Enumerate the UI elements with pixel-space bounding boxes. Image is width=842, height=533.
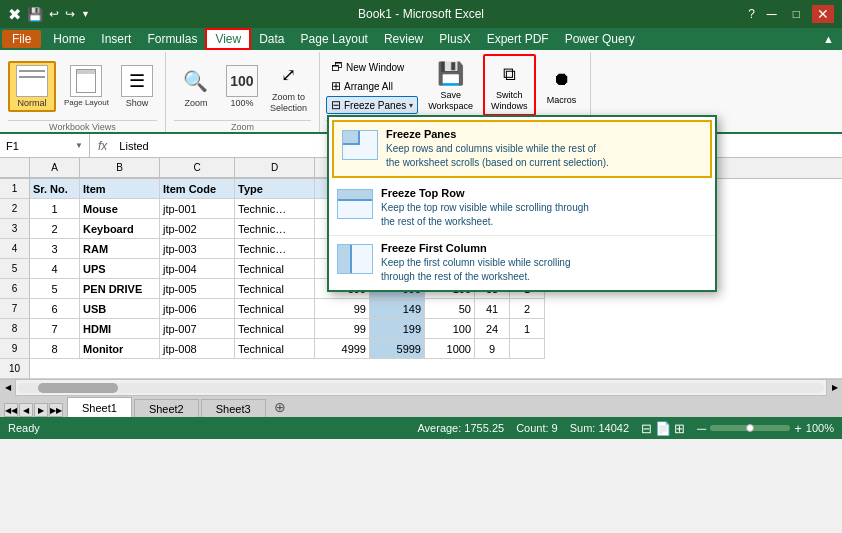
macros-btn[interactable]: ⏺ Macros (540, 61, 584, 108)
cell-d3[interactable]: Technic… (235, 219, 315, 239)
cell-c5[interactable]: jtp-004 (160, 259, 235, 279)
freeze-panes-btn[interactable]: ⊟ Freeze Panes ▾ (326, 96, 418, 114)
cell-b4[interactable]: RAM (80, 239, 160, 259)
cell-c2[interactable]: jtp-001 (160, 199, 235, 219)
name-box[interactable]: F1 ▼ (0, 134, 90, 157)
zoom-btn[interactable]: 🔍 Zoom (174, 63, 218, 110)
cell-e7[interactable]: 99 (315, 299, 370, 319)
cell-d6[interactable]: Technical (235, 279, 315, 299)
menu-review[interactable]: Review (376, 30, 431, 48)
help-icon[interactable]: ? (748, 7, 755, 21)
menu-data[interactable]: Data (251, 30, 292, 48)
cell-b9[interactable]: Monitor (80, 339, 160, 359)
menu-expand-icon[interactable]: ▲ (817, 33, 840, 45)
sheet-tab-add-icon[interactable]: ⊕ (268, 397, 292, 417)
cell-a2[interactable]: 1 (30, 199, 80, 219)
zoom-slider[interactable] (710, 425, 790, 431)
normal-view-btn[interactable]: Normal (8, 61, 56, 112)
row-header-5[interactable]: 5 (0, 259, 30, 279)
row-header-4[interactable]: 4 (0, 239, 30, 259)
cell-a5[interactable]: 4 (30, 259, 80, 279)
page-layout-view-icon[interactable]: 📄 (655, 421, 671, 436)
cell-a9[interactable]: 8 (30, 339, 80, 359)
quick-access-customize-icon[interactable]: ▼ (81, 9, 90, 19)
cell-i7[interactable]: 2 (510, 299, 545, 319)
cell-h8[interactable]: 24 (475, 319, 510, 339)
row-header-1[interactable]: 1 (0, 179, 30, 199)
row-header-7[interactable]: 7 (0, 299, 30, 319)
scroll-track[interactable] (18, 383, 824, 393)
cell-f8[interactable]: 199 (370, 319, 425, 339)
page-layout-btn[interactable]: Page Layout (60, 63, 113, 109)
cell-g7[interactable]: 50 (425, 299, 475, 319)
normal-view-icon[interactable]: ⊟ (641, 421, 652, 436)
cell-b3[interactable]: Keyboard (80, 219, 160, 239)
cell-c8[interactable]: jtp-007 (160, 319, 235, 339)
row-header-2[interactable]: 2 (0, 199, 30, 219)
cell-a8[interactable]: 7 (30, 319, 80, 339)
show-btn[interactable]: ☰ Show (117, 63, 157, 110)
cell-d8[interactable]: Technical (235, 319, 315, 339)
cell-b5[interactable]: UPS (80, 259, 160, 279)
cell-f7[interactable]: 149 (370, 299, 425, 319)
new-window-btn[interactable]: 🗗 New Window (326, 58, 418, 76)
cell-h9[interactable]: 9 (475, 339, 510, 359)
cell-c7[interactable]: jtp-006 (160, 299, 235, 319)
cell-f9[interactable]: 5999 (370, 339, 425, 359)
row-header-8[interactable]: 8 (0, 319, 30, 339)
cell-a4[interactable]: 3 (30, 239, 80, 259)
menu-home[interactable]: Home (45, 30, 93, 48)
cell-b2[interactable]: Mouse (80, 199, 160, 219)
cell-c9[interactable]: jtp-008 (160, 339, 235, 359)
cell-g9[interactable]: 1000 (425, 339, 475, 359)
menu-insert[interactable]: Insert (93, 30, 139, 48)
cell-a6[interactable]: 5 (30, 279, 80, 299)
cell-a3[interactable]: 2 (30, 219, 80, 239)
menu-plusx[interactable]: PlusX (431, 30, 478, 48)
row-header-9[interactable]: 9 (0, 339, 30, 359)
menu-file[interactable]: File (2, 30, 41, 48)
cell-c4[interactable]: jtp-003 (160, 239, 235, 259)
cell-c6[interactable]: jtp-005 (160, 279, 235, 299)
menu-power-query[interactable]: Power Query (557, 30, 643, 48)
menu-page-layout[interactable]: Page Layout (293, 30, 376, 48)
zoom-selection-btn[interactable]: ⤢ Zoom toSelection (266, 57, 311, 116)
quick-save-icon[interactable]: 💾 (27, 7, 43, 22)
zoom100-btn[interactable]: 100 100% (222, 63, 262, 110)
row-header-6[interactable]: 6 (0, 279, 30, 299)
save-workspace-btn[interactable]: 💾 SaveWorkspace (422, 56, 479, 114)
zoom-minus-icon[interactable]: ─ (697, 421, 706, 436)
cell-b7[interactable]: USB (80, 299, 160, 319)
cell-e8[interactable]: 99 (315, 319, 370, 339)
scroll-left-btn[interactable]: ◀ (0, 380, 16, 396)
col-header-b[interactable]: B (80, 158, 160, 178)
cell-a1[interactable]: Sr. No. (30, 179, 80, 199)
cell-e9[interactable]: 4999 (315, 339, 370, 359)
scroll-right-btn[interactable]: ▶ (826, 380, 842, 396)
col-header-a[interactable]: A (30, 158, 80, 178)
cell-d2[interactable]: Technic… (235, 199, 315, 219)
menu-expert-pdf[interactable]: Expert PDF (479, 30, 557, 48)
cell-g8[interactable]: 100 (425, 319, 475, 339)
zoom-plus-icon[interactable]: + (794, 421, 802, 436)
col-header-c[interactable]: C (160, 158, 235, 178)
undo-icon[interactable]: ↩ (49, 7, 59, 21)
arrange-all-btn[interactable]: ⊞ Arrange All (326, 77, 418, 95)
sheet-tab-sheet1[interactable]: Sheet1 (67, 397, 132, 417)
freeze-top-row-option[interactable]: Freeze Top Row Keep the top row visible … (329, 181, 715, 236)
close-btn[interactable]: ✕ (812, 5, 834, 23)
row-header-10[interactable]: 10 (0, 359, 30, 379)
cell-b6[interactable]: PEN DRIVE (80, 279, 160, 299)
cell-h7[interactable]: 41 (475, 299, 510, 319)
cell-c3[interactable]: jtp-002 (160, 219, 235, 239)
sheet-tab-sheet3[interactable]: Sheet3 (201, 399, 266, 417)
cell-c1[interactable]: Item Code (160, 179, 235, 199)
cell-a7[interactable]: 6 (30, 299, 80, 319)
cell-d5[interactable]: Technical (235, 259, 315, 279)
cell-d4[interactable]: Technic… (235, 239, 315, 259)
freeze-first-col-option[interactable]: Freeze First Column Keep the first colum… (329, 236, 715, 290)
cell-b8[interactable]: HDMI (80, 319, 160, 339)
cell-d9[interactable]: Technical (235, 339, 315, 359)
cell-d1[interactable]: Type (235, 179, 315, 199)
page-break-view-icon[interactable]: ⊞ (674, 421, 685, 436)
